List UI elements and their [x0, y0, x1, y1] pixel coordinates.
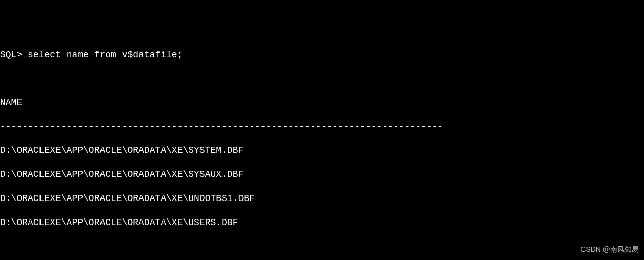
divider-line: ----------------------------------------… [0, 121, 644, 133]
result-row: D:\ORACLEXE\APP\ORACLE\ORADATA\XE\SYSTEM… [0, 145, 644, 156]
result-row: D:\ORACLEXE\APP\ORACLE\ORADATA\XE\USERS.… [0, 217, 644, 229]
blank-line [0, 73, 644, 85]
sql-command: select name from v$datafile; [28, 50, 183, 60]
result-row: D:\ORACLEXE\APP\ORACLE\ORADATA\XE\UNDOTB… [0, 193, 644, 205]
column-header: NAME [0, 97, 644, 109]
sql-command-line: SQL> select name from v$datafile; [0, 49, 644, 61]
result-row: D:\ORACLEXE\APP\ORACLE\ORADATA\XE\SYSAUX… [0, 169, 644, 181]
sql-prompt: SQL> [0, 50, 28, 60]
blank-line [0, 241, 644, 252]
watermark: CSDN @南风知易 [580, 245, 639, 254]
